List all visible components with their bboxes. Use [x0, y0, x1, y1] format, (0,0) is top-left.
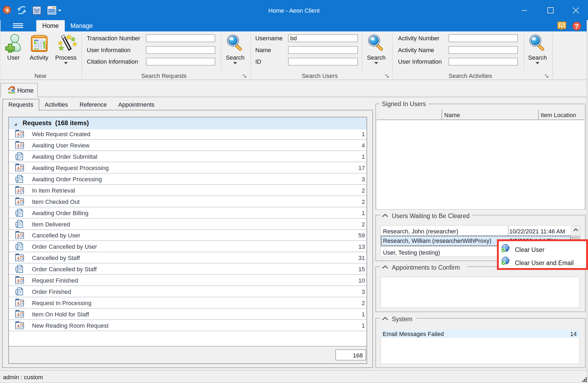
svg-text:?: ? [575, 23, 579, 30]
